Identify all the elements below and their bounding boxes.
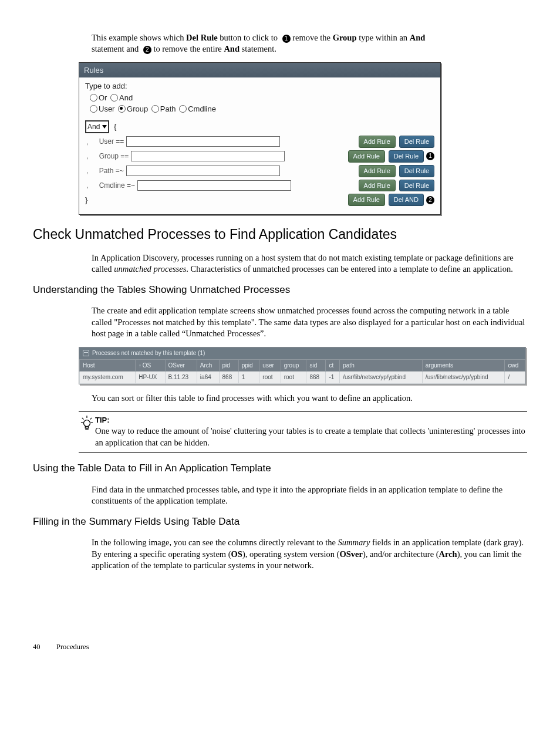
col-host[interactable]: Host	[80, 359, 136, 372]
col-cwd[interactable]: cwd	[505, 359, 525, 372]
cell-sid: 868	[306, 372, 326, 384]
cell-user: root	[259, 372, 281, 384]
col-arguments[interactable]: arguments	[422, 359, 505, 372]
radio-path-label: Path	[160, 104, 176, 113]
heading-using-table: Using the Table Data to Fill in An Appli…	[33, 462, 527, 475]
add-rule-button[interactable]: Add Rule	[348, 194, 385, 206]
cell-pid: 868	[219, 372, 238, 384]
rule-label-path: Path =~	[99, 166, 124, 175]
add-rule-button[interactable]: Add Rule	[348, 150, 385, 163]
radio-row-1: Or And	[90, 93, 434, 103]
and-select-row: And {	[85, 120, 434, 133]
del-and-button[interactable]: Del AND	[389, 194, 424, 206]
text: ), and/or architecture (	[363, 549, 439, 559]
cell-path: /usr/lib/netsvc/yp/ypbind	[340, 372, 423, 384]
cell-osver: B.11.23	[165, 372, 197, 384]
panel-title: Rules	[79, 63, 440, 78]
callout-1-icon: 1	[426, 152, 434, 160]
heading-filling-summary: Filling in the Summary Fields Using Tabl…	[33, 515, 527, 529]
intro-paragraph: This example shows which Del Rule button…	[92, 32, 527, 55]
processes-title-text: Processes not matched by this template (…	[92, 349, 205, 357]
radio-and[interactable]	[110, 94, 118, 102]
radio-row-2: User Group Path Cmdline	[90, 104, 434, 114]
callout-2-icon: 2	[143, 46, 151, 54]
text: In the following image, you can see the …	[92, 538, 338, 547]
rule-row-final: } Add Rule Del AND 2	[85, 194, 434, 206]
svg-line-1	[82, 417, 84, 419]
tip-label: TIP:	[95, 416, 110, 424]
radio-and-label: And	[119, 93, 133, 102]
heading-understanding: Understanding the Tables Showing Unmatch…	[33, 283, 527, 297]
user-input[interactable]	[126, 136, 280, 147]
radio-user-label: User	[99, 104, 114, 113]
radio-user[interactable]	[90, 105, 97, 113]
del-rule-button[interactable]: Del Rule	[399, 180, 434, 192]
chevron-down-icon	[102, 125, 107, 129]
rule-row-cmdline: , Cmdline =~ Add Rule Del Rule	[85, 180, 434, 192]
processes-table-title[interactable]: Processes not matched by this template (…	[79, 347, 525, 359]
text: button to click to	[218, 33, 280, 42]
del-rule-bold: Del Rule	[186, 33, 218, 42]
svg-line-2	[90, 417, 92, 419]
rules-panel: Rules Type to add: Or And User Group Pat…	[79, 62, 441, 215]
radio-cmdline-label: Cmdline	[188, 104, 216, 113]
arch-bold: Arch	[439, 549, 457, 559]
osver-bold: OSver	[339, 549, 362, 559]
processes-table: Processes not matched by this template (…	[79, 347, 526, 384]
col-arch[interactable]: Arch	[197, 359, 219, 372]
col-sid[interactable]: sid	[306, 359, 326, 372]
radio-or[interactable]	[90, 94, 97, 102]
col-path[interactable]: path	[340, 359, 423, 372]
col-group[interactable]: group	[281, 359, 306, 372]
panel-body: Type to add: Or And User Group Path Cmdl…	[79, 77, 440, 214]
rules-block: And { , User == Add Rule Del Rule , Grou…	[85, 120, 434, 206]
page-footer: 40 Procedures	[33, 642, 527, 652]
add-rule-button[interactable]: Add Rule	[359, 136, 396, 148]
para-sort: You can sort or filter this table to fin…	[92, 393, 527, 404]
table-row[interactable]: my.system.com HP-UX B.11.23 ia64 868 1 r…	[80, 372, 525, 384]
rule-row-user: , User == Add Rule Del Rule	[85, 136, 434, 148]
svg-point-5	[84, 420, 90, 426]
del-rule-button[interactable]: Del Rule	[399, 136, 434, 148]
para-filling: In the following image, you can see the …	[92, 537, 527, 572]
col-osver[interactable]: OSver	[165, 359, 197, 372]
radio-cmdline[interactable]	[179, 105, 187, 113]
para-using: Find data in the unmatched processes tab…	[92, 484, 527, 507]
processes-grid: Host ↑OS OSver Arch pid ppid user group …	[79, 359, 525, 384]
radio-path[interactable]	[151, 105, 159, 113]
callout-2-icon: 2	[426, 196, 434, 204]
del-rule-button[interactable]: Del Rule	[389, 150, 424, 163]
col-user[interactable]: user	[259, 359, 281, 372]
unmatched-italic: unmatched processes	[114, 264, 186, 274]
col-os[interactable]: ↑OS	[136, 359, 165, 372]
page-number: 40	[33, 642, 56, 652]
path-input[interactable]	[126, 166, 280, 176]
tip-block: TIP: One way to reduce the amount of 'no…	[79, 411, 527, 453]
tip-text: TIP: One way to reduce the amount of 'no…	[95, 414, 527, 449]
comma: ,	[86, 137, 89, 147]
radio-group[interactable]	[118, 105, 126, 113]
add-rule-button[interactable]: Add Rule	[359, 180, 396, 192]
tip-body: One way to reduce the amount of 'noise' …	[95, 426, 525, 447]
cmdline-input[interactable]	[137, 180, 291, 191]
cell-ppid: 1	[238, 372, 259, 384]
cell-ct: -1	[326, 372, 340, 384]
cell-host: my.system.com	[80, 372, 136, 384]
rule-row-path: , Path =~ Add Rule Del Rule	[85, 165, 434, 177]
col-ct[interactable]: ct	[326, 359, 340, 372]
group-bold: Group	[333, 33, 357, 42]
group-input[interactable]	[131, 151, 285, 161]
col-pid[interactable]: pid	[219, 359, 238, 372]
para-understanding: The create and edit application template…	[92, 305, 527, 340]
collapse-icon[interactable]	[83, 350, 89, 356]
del-rule-button[interactable]: Del Rule	[399, 165, 434, 177]
callout-1-icon: 1	[282, 35, 291, 43]
and-bold: And	[410, 33, 426, 42]
text: ), operating system version (	[242, 549, 340, 559]
comma: ,	[86, 166, 89, 176]
add-rule-button[interactable]: Add Rule	[359, 165, 396, 177]
and-select[interactable]: And	[85, 120, 109, 133]
comma: ,	[86, 180, 89, 191]
summary-italic: Summary	[338, 538, 370, 547]
col-ppid[interactable]: ppid	[238, 359, 259, 372]
